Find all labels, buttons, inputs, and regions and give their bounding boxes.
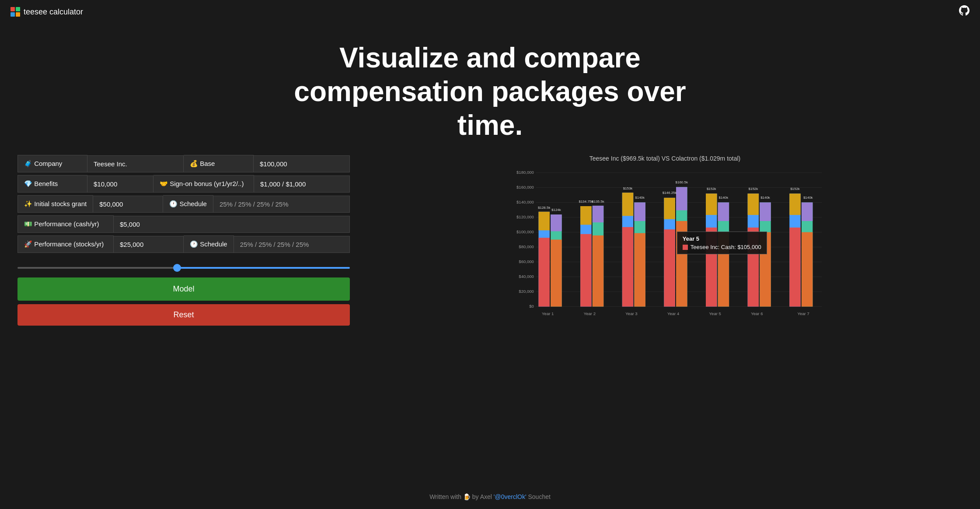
perf-cash-label: 💵 Performance (cash/yr) — [17, 215, 114, 233]
svg-text:$140,000: $140,000 — [516, 200, 534, 204]
perf-cash-row: 💵 Performance (cash/yr) — [17, 215, 350, 233]
svg-text:$60,000: $60,000 — [519, 259, 534, 264]
svg-text:$153k: $153k — [623, 186, 633, 190]
svg-text:$146.25k: $146.25k — [663, 191, 677, 195]
main-content: 🧳 Company 💰 Base 💎 Benefits 🤝 Sign-on bo… — [0, 155, 980, 484]
chart-area: $180,000 $160,000 $140,000 $120,000 $100… — [367, 169, 963, 318]
svg-rect-63 — [760, 232, 771, 307]
svg-text:$152k: $152k — [707, 187, 716, 191]
svg-text:$0: $0 — [529, 304, 534, 309]
svg-rect-24 — [580, 234, 592, 307]
year1-teesee-cash — [539, 238, 550, 307]
company-base-row: 🧳 Company 💰 Base — [17, 155, 350, 172]
svg-text:Year 1: Year 1 — [542, 311, 554, 316]
stocks-schedule-row: ✨ Initial stocks grant 🕐 Schedule 25% / … — [17, 195, 350, 213]
svg-rect-52 — [706, 194, 717, 215]
perf-stocks-row: 🚀 Performance (stocks/yr) 🕐 Schedule 25%… — [17, 235, 350, 253]
svg-rect-69 — [789, 228, 801, 307]
svg-text:$20,000: $20,000 — [519, 289, 534, 294]
svg-text:$140k: $140k — [760, 196, 770, 200]
svg-rect-46 — [676, 187, 687, 211]
hero-section: Visualize and compare compensation packa… — [0, 24, 980, 155]
svg-text:$135.5k: $135.5k — [592, 200, 604, 204]
base-label: 💰 Base — [184, 155, 254, 172]
logo-icon — [10, 7, 20, 17]
svg-text:$120,000: $120,000 — [516, 214, 534, 219]
footer-emoji: 🍺 — [463, 493, 471, 500]
year1-colactron-cash — [551, 240, 562, 307]
chart-title: Teesee Inc ($969.5k total) VS Colactron … — [367, 155, 963, 162]
svg-rect-34 — [622, 193, 634, 216]
slider-container — [17, 256, 350, 273]
signin-label: 🤝 Sign-on bonus (yr1/yr2/..) — [153, 175, 254, 193]
svg-text:Year 3: Year 3 — [625, 311, 637, 316]
svg-rect-60 — [748, 228, 759, 307]
svg-rect-45 — [676, 221, 687, 307]
svg-text:$40,000: $40,000 — [519, 274, 534, 279]
svg-rect-28 — [593, 206, 604, 222]
chart-panel: Teesee Inc ($969.5k total) VS Colactron … — [367, 155, 963, 318]
svg-text:$180,000: $180,000 — [516, 170, 534, 175]
svg-text:Year 7: Year 7 — [797, 311, 809, 316]
svg-rect-61 — [748, 194, 759, 215]
header-left: teesee calculator — [10, 7, 83, 17]
svg-rect-33 — [622, 227, 634, 307]
perf-schedule-value: 25% / 25% / 25% / 25% — [234, 236, 350, 253]
footer: Written with 🍺 by Axel '@0verclOk' Souch… — [0, 484, 980, 509]
footer-by: by Axel — [472, 493, 492, 500]
svg-rect-43 — [664, 198, 675, 219]
stocks-input[interactable] — [93, 196, 163, 213]
svg-text:$134.75k: $134.75k — [579, 200, 593, 204]
svg-text:Year 5: Year 5 — [709, 311, 721, 316]
svg-rect-54 — [718, 232, 729, 307]
footer-last: Souchet — [528, 493, 551, 500]
svg-rect-51 — [706, 228, 717, 307]
svg-text:$128.5k: $128.5k — [538, 206, 550, 210]
svg-text:Year 4: Year 4 — [667, 311, 680, 316]
svg-text:$100,000: $100,000 — [516, 229, 534, 234]
year1-teesee-stocks — [539, 212, 550, 231]
svg-text:Year 6: Year 6 — [751, 311, 763, 316]
perf-cash-input[interactable] — [114, 216, 350, 233]
svg-rect-27 — [593, 235, 604, 307]
schedule-value: 25% / 25% / 25% / 25% — [213, 196, 350, 213]
svg-text:$140k: $140k — [635, 196, 645, 200]
github-icon[interactable] — [959, 5, 970, 18]
stocks-label: ✨ Initial stocks grant — [17, 195, 93, 213]
svg-text:$124k: $124k — [551, 208, 561, 212]
svg-rect-25 — [580, 206, 592, 225]
svg-text:$152k: $152k — [790, 187, 800, 191]
svg-rect-73 — [802, 203, 813, 221]
benefits-input[interactable] — [87, 176, 153, 193]
company-label: 🧳 Company — [17, 155, 87, 172]
perf-schedule-label: 🕐 Schedule — [184, 235, 234, 253]
perf-stocks-input[interactable] — [114, 236, 184, 253]
base-input[interactable] — [254, 155, 350, 172]
author-link[interactable]: '@0verclOk' — [494, 493, 527, 500]
bar-chart: $180,000 $160,000 $140,000 $120,000 $100… — [367, 169, 963, 318]
svg-rect-70 — [789, 194, 801, 215]
svg-rect-37 — [634, 203, 645, 221]
svg-rect-42 — [664, 230, 675, 307]
footer-written: Written with — [429, 493, 461, 500]
svg-rect-36 — [634, 233, 645, 307]
hero-headline: Visualize and compare compensation packa… — [293, 41, 687, 142]
svg-text:$160.5k: $160.5k — [676, 180, 688, 184]
comparison-slider[interactable] — [17, 267, 350, 269]
svg-text:Year 2: Year 2 — [584, 311, 596, 316]
signin-input[interactable] — [254, 176, 350, 193]
svg-rect-55 — [718, 203, 729, 221]
year1-colactron-stocks — [551, 215, 562, 232]
header: teesee calculator — [0, 0, 980, 24]
benefits-signin-row: 💎 Benefits 🤝 Sign-on bonus (yr1/yr2/..) — [17, 175, 350, 193]
reset-button[interactable]: Reset — [17, 304, 350, 326]
svg-text:$80,000: $80,000 — [519, 244, 534, 249]
svg-text:$152k: $152k — [749, 187, 758, 191]
company-input[interactable] — [87, 155, 184, 172]
app-title: teesee calculator — [24, 7, 83, 17]
svg-rect-64 — [760, 203, 771, 221]
schedule-label: 🕐 Schedule — [163, 195, 213, 213]
svg-text:$140k: $140k — [719, 196, 729, 200]
model-button[interactable]: Model — [17, 277, 350, 301]
svg-text:$160,000: $160,000 — [516, 185, 534, 190]
